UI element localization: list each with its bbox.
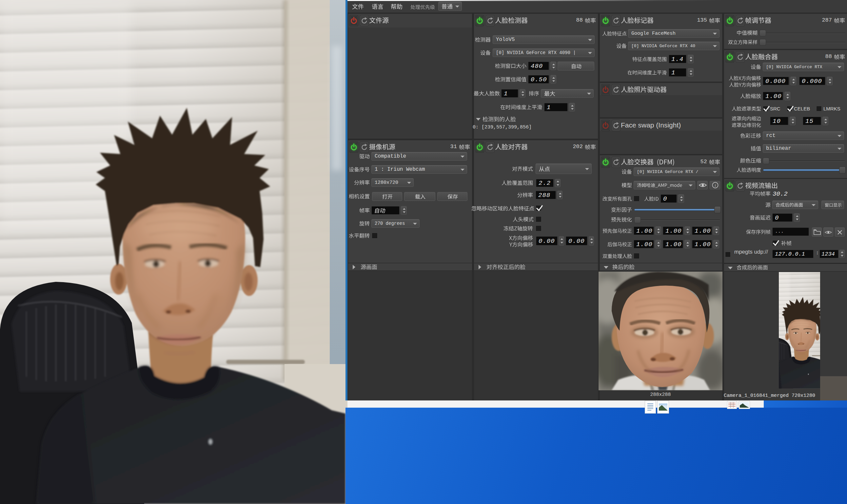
svg-text:i: i [715,183,716,188]
